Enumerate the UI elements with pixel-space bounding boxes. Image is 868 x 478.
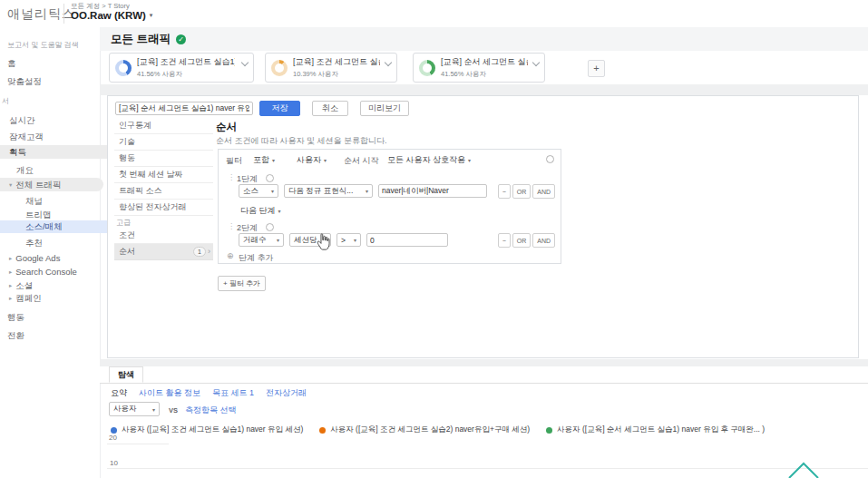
and-button[interactable]: AND — [532, 184, 555, 199]
sidebar-item-audience[interactable]: 잠재고객 — [9, 130, 44, 143]
caret-down-icon: ▾ — [150, 12, 153, 19]
subtab-site-usage[interactable]: 사이트 활용 정보 — [139, 387, 200, 399]
sidebar-item-social[interactable]: ▸소셜 — [9, 278, 33, 292]
sidebar-item-referrals[interactable]: 추천 — [25, 236, 43, 249]
remove-condition-button[interactable]: − — [498, 233, 511, 248]
step2-metric-dropdown[interactable]: 거래수▾ — [239, 233, 284, 247]
segment-category-panel: 인구통계 기술 행동 첫 번째 세션 날짜 트래픽 소스 향상된 전자상거래 고… — [114, 118, 213, 260]
sequence-start-dropdown[interactable]: 모든 사용자 상호작용▾ — [387, 154, 471, 166]
account-selector[interactable]: OO.Raw (KRW) ▾ — [71, 10, 152, 21]
step1-operator-dropdown[interactable]: 다음 정규 표현식...▾ — [284, 184, 373, 198]
step2-logic-buttons: − OR AND — [498, 233, 555, 248]
segment-card[interactable]: [교육] 순서 세그먼트 실습1) naver 유... 41.56% 사용자 — [413, 53, 545, 83]
include-dropdown[interactable]: 포함▾ — [253, 154, 275, 166]
step-options-icon[interactable] — [266, 174, 274, 182]
drag-handle-icon[interactable]: ⋮ — [228, 222, 235, 230]
tab-explorer[interactable]: 탐색 — [109, 366, 143, 383]
line-chart-spike — [782, 461, 825, 478]
caret-down-icon: ▾ — [468, 157, 471, 163]
legend-item: 사용자 ([교육] 순서 세그먼트 실습1) naver 유입 후 구매완...… — [546, 424, 765, 435]
sidebar-item-campaigns[interactable]: ▸캠페인 — [9, 291, 42, 305]
sidebar-item-all-traffic[interactable]: ▾전체 트래픽 — [0, 178, 103, 191]
category-conditions[interactable]: 조건 — [114, 228, 213, 244]
gear-icon[interactable] — [546, 155, 554, 163]
remove-condition-button[interactable]: − — [498, 184, 511, 199]
add-step-button[interactable]: 단계 추가 — [239, 252, 274, 264]
sidebar-item-acquisition[interactable]: 획득 — [0, 145, 109, 159]
step2-comparator-dropdown[interactable]: >▾ — [336, 233, 361, 247]
caret-down-icon: ▾ — [277, 237, 279, 243]
drag-handle-icon[interactable]: ⋮ — [228, 173, 235, 181]
sidebar-item-google-ads[interactable]: ▸Google Ads — [9, 251, 60, 265]
next-step-dropdown[interactable]: 다음 단계▾ — [240, 205, 281, 217]
donut-hole — [423, 63, 432, 73]
explorer-subtabs: 요약 사이트 활용 정보 목표 세트 1 전자상거래 — [111, 387, 307, 399]
caret-down-icon: ▾ — [354, 237, 356, 243]
category-traffic-sources[interactable]: 트래픽 소스 — [114, 183, 213, 200]
sidebar-item-label: Search Console — [15, 267, 77, 277]
or-button[interactable]: OR — [512, 233, 532, 248]
sidebar-item-customization[interactable]: 맞춤설정 — [7, 74, 42, 88]
sequence-count-badge: 1 — [193, 247, 206, 257]
save-button[interactable]: 저장 — [259, 101, 300, 116]
sidebar-item-label: 소셜 — [15, 280, 33, 290]
subtab-goal-set-1[interactable]: 목표 세트 1 — [212, 387, 254, 399]
sidebar-item-search-console[interactable]: ▸Search Console — [9, 265, 77, 278]
select-metric-link[interactable]: 측정항목 선택 — [185, 405, 237, 416]
sidebar: 보고서 및 도움말 검색 홈 맞춤설정 서 실시간 잠재고객 획득 개요 ▾전체… — [0, 27, 101, 478]
category-behavior[interactable]: 행동 — [114, 151, 213, 167]
category-enhanced-ecommerce[interactable]: 향상된 전자상거래 — [114, 200, 213, 216]
sidebar-item-overview[interactable]: 개요 — [16, 163, 34, 177]
explorer-tabs-row: 탐색 — [100, 366, 868, 384]
add-filter-button[interactable]: + 필터 추가 — [218, 276, 266, 291]
step-options-icon[interactable] — [266, 223, 274, 231]
segment-card[interactable]: [교육] 조건 세그먼트 실습2) naver유입... 10.39% 사용자 — [265, 53, 397, 83]
chevron-down-icon[interactable] — [241, 59, 249, 66]
report-search-input[interactable]: 보고서 및 도움말 검색 — [7, 40, 79, 50]
sidebar-item-behavior[interactable]: 행동 — [7, 310, 24, 324]
expand-down-icon: ▾ — [9, 181, 12, 188]
preview-button[interactable]: 미리보기 — [360, 101, 409, 116]
subtab-ecommerce[interactable]: 전자상거래 — [266, 387, 307, 399]
legend-item: 사용자 ([교육] 조건 세그먼트 실습2) naver유입+구매 세션) — [319, 424, 530, 435]
cancel-button[interactable]: 취소 — [312, 101, 348, 116]
add-segment-button[interactable]: + — [588, 60, 605, 77]
sidebar-item-label: 캠페인 — [15, 293, 42, 303]
category-sequences[interactable]: 순서 1 › — [114, 244, 213, 260]
chart-legend: 사용자 ([교육] 조건 세그먼트 실습1) naver 유입 세션) 사용자 … — [111, 424, 765, 435]
segment-stat: 41.56% 사용자 — [137, 70, 237, 79]
chevron-right-icon: › — [208, 244, 210, 259]
or-button[interactable]: OR — [512, 184, 532, 199]
sidebar-item-source-medium[interactable]: 소스/매체 — [0, 220, 116, 233]
and-button[interactable]: AND — [532, 233, 555, 248]
sidebar-item-home[interactable]: 홈 — [7, 56, 16, 70]
segment-stat: 41.56% 사용자 — [441, 70, 528, 79]
sidebar-item-treemaps[interactable]: 트리맵 — [25, 208, 52, 221]
step1-dimension-dropdown[interactable]: 소스▾ — [239, 184, 278, 198]
sidebar-item-channels[interactable]: 채널 — [25, 194, 43, 208]
segment-card[interactable]: [교육] 조건 세그먼트 실습1) naver 유... 41.56% 사용자 — [109, 53, 254, 83]
sidebar-item-realtime[interactable]: 실시간 — [9, 113, 35, 127]
segment-name: [교육] 순서 세그먼트 실습1) naver 유... — [441, 56, 528, 68]
segment-name: [교육] 조건 세그먼트 실습1) naver 유... — [137, 56, 235, 68]
subtab-summary[interactable]: 요약 — [111, 387, 127, 399]
caret-down-icon: ▾ — [271, 188, 274, 194]
app-logo[interactable]: 애널리틱스 — [7, 6, 75, 23]
legend-dot-icon — [111, 427, 117, 434]
sequence-start-label: 순서 시작 — [344, 155, 379, 167]
step1-value-input[interactable] — [378, 184, 487, 198]
segment-name-input[interactable] — [115, 102, 253, 115]
metric-dropdown[interactable]: 사용자▾ — [109, 402, 160, 416]
verified-check-icon: ✓ — [176, 34, 186, 44]
page-title: 모든 트래픽 ✓ — [111, 27, 186, 51]
scope-dropdown[interactable]: 사용자▾ — [297, 154, 327, 166]
category-first-session-date[interactable]: 첫 번째 세션 날짜 — [114, 167, 213, 183]
caret-down-icon: ▾ — [278, 208, 281, 214]
chevron-down-icon[interactable] — [385, 59, 392, 66]
category-technology[interactable]: 기술 — [114, 134, 213, 151]
step2-value-input[interactable] — [366, 233, 448, 247]
chevron-down-icon[interactable] — [532, 59, 540, 66]
category-demographics[interactable]: 인구통계 — [114, 118, 213, 134]
sidebar-item-conversions[interactable]: 전환 — [7, 328, 24, 342]
advanced-section-label: 고급 — [114, 216, 213, 228]
